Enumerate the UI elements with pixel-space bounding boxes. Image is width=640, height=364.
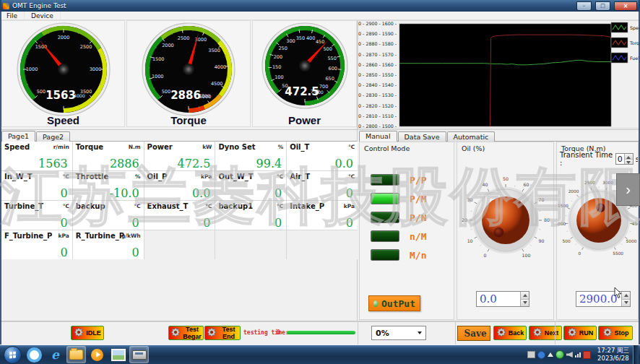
svg-text:80: 80: [544, 217, 550, 222]
tab-page1[interactable]: Page1: [1, 131, 35, 142]
svg-text:60: 60: [524, 182, 529, 187]
svg-text:400: 400: [306, 35, 314, 41]
cell-value: 99.4: [256, 157, 282, 170]
oil-value-spinbox[interactable]: 0.0: [476, 291, 529, 307]
tray-alert-icon[interactable]: [583, 351, 591, 359]
cell-label: Intake_P: [290, 202, 324, 210]
taskbar-photos-icon[interactable]: [108, 346, 128, 363]
next-button[interactable]: Next: [529, 326, 562, 340]
gear-icon: [567, 327, 577, 339]
gear-icon: [170, 327, 181, 339]
tray-status-icon[interactable]: [555, 350, 564, 359]
test-begin-button[interactable]: Test Begar: [168, 326, 204, 340]
network-icon[interactable]: [575, 352, 581, 358]
transient-time-spinbox[interactable]: 0: [615, 153, 633, 165]
idle-button[interactable]: IDLE: [71, 326, 104, 340]
cell-value: 0: [346, 186, 353, 200]
volume-icon[interactable]: [566, 352, 573, 358]
transient-time-row: Transient Time : 0 s: [560, 151, 639, 167]
svg-text:200: 200: [273, 54, 282, 60]
tray-expand-icon[interactable]: [548, 352, 553, 357]
taskbar-explorer-icon[interactable]: [66, 346, 86, 363]
mode-toggle-n/M[interactable]: [371, 230, 399, 242]
mode-toggle-M/n[interactable]: [371, 249, 399, 261]
gauge-dial: 5001000150020002500300035004000450050005…: [141, 22, 236, 117]
gear-icon: [496, 327, 506, 339]
run-label: RUN: [579, 329, 594, 337]
mode-row: M/n: [371, 249, 454, 261]
data-table: Speedr/min1563TorqueN.m2886PowerkW472.5D…: [1, 142, 358, 259]
run-button[interactable]: RUN: [563, 326, 597, 340]
svg-text:1500: 1500: [558, 204, 568, 208]
table-cell-backup1: backup1℃0: [215, 201, 286, 230]
expand-panel-button[interactable]: ›: [616, 173, 640, 206]
clock-date: 2023/6/28: [597, 355, 629, 363]
cell-label: backup1: [218, 202, 253, 210]
cell-value: 1563: [38, 157, 68, 170]
show-desktop-button[interactable]: [633, 345, 639, 364]
tab-page2[interactable]: Page2: [36, 131, 70, 142]
maximize-button[interactable]: □: [595, 1, 610, 11]
tray-app-icon[interactable]: [527, 351, 535, 358]
taskbar-browser-icon[interactable]: [25, 346, 44, 363]
back-button[interactable]: Back: [493, 326, 527, 340]
cell-label: Oil_T: [290, 143, 309, 151]
output-button[interactable]: OutPut: [368, 295, 420, 311]
gauge-title: Power: [253, 114, 356, 126]
test-end-button[interactable]: Test End: [204, 326, 241, 340]
mode-row: P/P: [371, 174, 454, 186]
window-title: OMT Engine Test: [12, 2, 66, 9]
oil-knob[interactable]: 0102030405060708090100: [459, 177, 553, 269]
svg-text:2000: 2000: [162, 43, 174, 48]
cell-unit: ℃: [205, 203, 212, 209]
menu-file[interactable]: File: [0, 12, 25, 20]
tab-data-save[interactable]: Data Save: [398, 131, 446, 142]
back-label: Back: [509, 329, 524, 337]
next-label: Next: [545, 329, 559, 337]
tab-automatic[interactable]: Automatic: [447, 131, 496, 142]
svg-text:3000: 3000: [602, 181, 613, 185]
legend-torque: Torque: [611, 38, 640, 48]
spin-up-icon[interactable]: [622, 292, 630, 300]
table-cell-turbine_t: Turbine_T℃0: [1, 201, 72, 230]
spin-up-icon[interactable]: [625, 154, 633, 160]
start-button[interactable]: [4, 346, 22, 364]
save-button[interactable]: Save: [457, 326, 490, 341]
taskbar-ie-icon[interactable]: e: [46, 346, 65, 363]
cell-unit: ℃: [63, 203, 69, 209]
minimize-button[interactable]: –: [576, 1, 592, 11]
menu-device[interactable]: Device: [25, 12, 61, 20]
spin-down-icon[interactable]: [625, 160, 633, 165]
menu-bar: File Device: [0, 12, 640, 20]
table-cell-power: PowerkW472.5: [144, 142, 215, 170]
tray-security-icon[interactable]: [537, 351, 545, 359]
taskbar-app-icon[interactable]: [129, 346, 149, 363]
oil-group-title: Oil (%): [457, 142, 553, 155]
svg-text:600: 600: [328, 66, 337, 72]
svg-text:30 - 2830 - 1530 -: 30 - 2830 - 1530 -: [358, 92, 397, 98]
taskbar-clock[interactable]: 17:27 周三 2023/6/28: [597, 347, 629, 363]
taskbar-media-icon[interactable]: [87, 346, 107, 363]
mode-label: P/N: [410, 212, 426, 223]
mode-toggle-P/P[interactable]: [371, 174, 399, 186]
mode-toggle-P/N[interactable]: [371, 212, 399, 223]
gauge-title: Torque: [127, 114, 250, 126]
mouse-cursor: [614, 287, 623, 298]
table-cell-empty: [287, 230, 358, 259]
spin-down-icon[interactable]: [521, 300, 529, 307]
cell-unit: %: [135, 173, 141, 180]
mode-toggle-P/M[interactable]: [371, 193, 399, 204]
stop-button[interactable]: Stop: [598, 326, 633, 340]
gear-glyph: [170, 327, 181, 337]
tab-manual[interactable]: Manual: [359, 131, 397, 142]
spin-up-icon[interactable]: [521, 292, 529, 300]
cell-label: F_Turbine_P: [4, 232, 52, 240]
cell-value: 0: [61, 246, 68, 259]
svg-text:450: 450: [315, 39, 324, 45]
svg-text:20: 20: [462, 217, 467, 222]
cell-value: 0: [203, 216, 210, 230]
percent-combobox[interactable]: 0%: [371, 326, 426, 340]
svg-text:0: 0: [484, 253, 487, 258]
spin-down-icon[interactable]: [622, 300, 630, 307]
close-button[interactable]: ×: [614, 1, 637, 11]
